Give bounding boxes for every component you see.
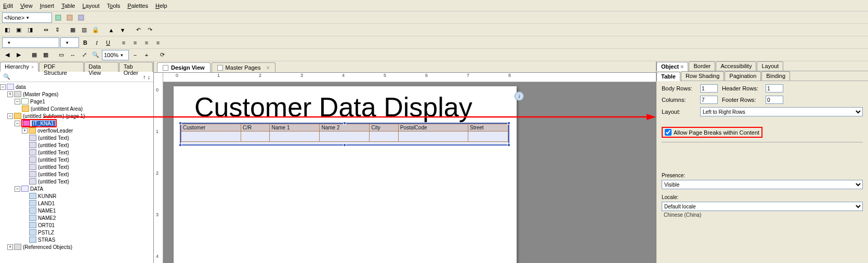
zoom-in-icon[interactable]: + bbox=[141, 50, 152, 60]
tree-text-1[interactable]: (untitled Text) bbox=[0, 134, 153, 141]
col-city[interactable]: City bbox=[370, 124, 398, 132]
underline-button[interactable]: U bbox=[103, 37, 113, 48]
info-icon[interactable]: i bbox=[515, 91, 524, 101]
tree-selected-node[interactable]: − IT_KNA1 bbox=[0, 120, 153, 127]
subtab-pagination[interactable]: Pagination bbox=[725, 71, 761, 81]
page-icon[interactable]: ▭ bbox=[56, 50, 67, 60]
tab-accessibility[interactable]: Accessibility bbox=[716, 61, 756, 71]
tab-pdf-structure[interactable]: PDF Structure bbox=[39, 62, 83, 72]
distribute-v-icon[interactable]: ⇕ bbox=[52, 25, 62, 35]
tree-referenced[interactable]: +(Referenced Objects) bbox=[0, 243, 153, 251]
tree-root[interactable]: −data bbox=[0, 83, 153, 90]
tab-border[interactable]: Border bbox=[689, 61, 715, 71]
hierarchy-tree[interactable]: −data +(Master Pages) −Page1 (untitled C… bbox=[0, 82, 153, 263]
col-cr[interactable]: C/R bbox=[241, 124, 270, 132]
tree-field-name2[interactable]: NAME2 bbox=[0, 214, 153, 221]
group-icon[interactable]: ▦ bbox=[68, 25, 78, 35]
tab-layout[interactable]: Layout bbox=[757, 61, 783, 71]
close-icon[interactable]: × bbox=[680, 63, 683, 70]
tab-hierarchy[interactable]: Hierarchy× bbox=[0, 62, 38, 72]
bring-front-icon[interactable]: ▲ bbox=[106, 25, 116, 35]
menu-help[interactable]: Help bbox=[155, 3, 167, 9]
tab-master-pages[interactable]: Master Pages× bbox=[212, 62, 275, 72]
tree-field-stras[interactable]: STRAS bbox=[0, 236, 153, 243]
tree-data-node[interactable]: −DATA bbox=[0, 185, 153, 192]
nav-forward-icon[interactable]: ▶ bbox=[14, 50, 24, 60]
search-icon[interactable]: 🔍 bbox=[3, 73, 10, 80]
tree-content-area[interactable]: (untitled Content Area) bbox=[0, 105, 153, 112]
tree-overflow-leader[interactable]: +overflowLeader bbox=[0, 127, 153, 134]
distribute-h-icon[interactable]: ⇔ bbox=[41, 25, 51, 35]
text-align-right-icon[interactable]: ≡ bbox=[141, 37, 152, 48]
italic-button[interactable]: I bbox=[91, 37, 102, 48]
table-object[interactable]: Customer C/R Name 1 Name 2 City PostalCo… bbox=[181, 124, 508, 142]
ungroup-icon[interactable]: ▥ bbox=[79, 25, 89, 35]
nav-back-icon[interactable]: ◀ bbox=[2, 50, 12, 60]
tab-object[interactable]: Object × bbox=[656, 62, 688, 71]
form-title-text[interactable]: Customer Data Display bbox=[194, 91, 472, 123]
text-align-center-icon[interactable]: ≡ bbox=[130, 37, 140, 48]
col-name1[interactable]: Name 1 bbox=[270, 124, 320, 132]
tree-text-2[interactable]: (untitled Text) bbox=[0, 141, 153, 149]
col-street[interactable]: Street bbox=[468, 124, 508, 132]
body-rows-input[interactable] bbox=[700, 84, 718, 93]
tab-tab-order[interactable]: Tab Order bbox=[119, 62, 153, 72]
col-name2[interactable]: Name 2 bbox=[320, 124, 370, 132]
col-postal[interactable]: PostalCode bbox=[398, 124, 468, 132]
font-family-dropdown[interactable]: ▾ bbox=[2, 37, 59, 48]
menu-edit[interactable]: Edit bbox=[3, 3, 13, 9]
menu-view[interactable]: View bbox=[20, 3, 33, 9]
subtab-table[interactable]: Table bbox=[656, 72, 680, 81]
rotate-right-icon[interactable]: ↷ bbox=[144, 25, 155, 35]
menu-layout[interactable]: Layout bbox=[82, 3, 99, 9]
form-page[interactable]: i Customer Data Display Customer C/R Nam… bbox=[174, 86, 517, 263]
tree-field-ort01[interactable]: ORT01 bbox=[0, 221, 153, 229]
text-align-left-icon[interactable]: ≡ bbox=[119, 37, 129, 48]
tree-page1[interactable]: −Page1 bbox=[0, 98, 153, 105]
zoom-dropdown[interactable]: 100%▾ bbox=[102, 50, 129, 60]
layout-select[interactable]: Left to Right Rows bbox=[700, 107, 863, 116]
tree-text-4[interactable]: (untitled Text) bbox=[0, 156, 153, 163]
menu-table[interactable]: Table bbox=[61, 3, 75, 9]
presence-select[interactable]: Visible bbox=[662, 180, 863, 189]
menu-insert[interactable]: Insert bbox=[40, 3, 55, 9]
move-down-icon[interactable]: ↓ bbox=[148, 74, 151, 80]
tree-text-6[interactable]: (untitled Text) bbox=[0, 170, 153, 178]
send-back-icon[interactable]: ▼ bbox=[117, 25, 128, 35]
tree-field-name1[interactable]: NAME1 bbox=[0, 207, 153, 214]
snap-icon[interactable]: ▩ bbox=[41, 50, 51, 60]
locale-select[interactable]: Default locale bbox=[662, 202, 863, 211]
tree-field-land1[interactable]: LAND1 bbox=[0, 200, 153, 207]
tree-text-7[interactable]: (untitled Text) bbox=[0, 178, 153, 185]
tree-untitled-subform[interactable]: −(untitled Subform) (page 1) bbox=[0, 112, 153, 120]
refresh-icon[interactable]: ⟳ bbox=[157, 50, 167, 60]
grid-icon[interactable]: ▦ bbox=[29, 50, 40, 60]
toolbar-btn-b[interactable] bbox=[64, 12, 75, 23]
menu-palettes[interactable]: Palettes bbox=[127, 3, 148, 9]
close-icon[interactable]: × bbox=[266, 64, 269, 71]
fit-page-icon[interactable]: ⤢ bbox=[79, 50, 89, 60]
font-size-dropdown[interactable]: ▾ bbox=[60, 37, 79, 48]
tab-data-view[interactable]: Data View bbox=[84, 62, 119, 72]
tree-master-pages[interactable]: +(Master Pages) bbox=[0, 90, 153, 98]
tree-field-kunnr[interactable]: KUNNR bbox=[0, 192, 153, 200]
close-icon[interactable]: × bbox=[31, 64, 34, 70]
toolbar-btn-a[interactable] bbox=[53, 12, 63, 23]
fit-width-icon[interactable]: ↔ bbox=[68, 50, 78, 60]
tab-design-view[interactable]: Design View bbox=[157, 62, 211, 72]
move-up-icon[interactable]: ↑ bbox=[143, 74, 146, 80]
columns-input[interactable] bbox=[700, 96, 718, 104]
header-rows-input[interactable] bbox=[766, 84, 783, 93]
subtab-row-shading[interactable]: Row Shading bbox=[681, 71, 724, 81]
align-right-icon[interactable]: ◨ bbox=[25, 25, 35, 35]
tree-text-5[interactable]: (untitled Text) bbox=[0, 163, 153, 170]
lock-icon[interactable]: 🔒 bbox=[90, 25, 101, 35]
col-customer[interactable]: Customer bbox=[181, 124, 241, 132]
footer-rows-input[interactable] bbox=[766, 96, 783, 104]
canvas-viewport[interactable]: i Customer Data Display Customer C/R Nam… bbox=[163, 82, 656, 263]
align-center-icon[interactable]: ▣ bbox=[14, 25, 24, 35]
text-align-justify-icon[interactable]: ≡ bbox=[153, 37, 163, 48]
subtab-binding[interactable]: Binding bbox=[761, 71, 790, 81]
rotate-left-icon[interactable]: ↶ bbox=[133, 25, 143, 35]
tree-text-3[interactable]: (untitled Text) bbox=[0, 149, 153, 156]
